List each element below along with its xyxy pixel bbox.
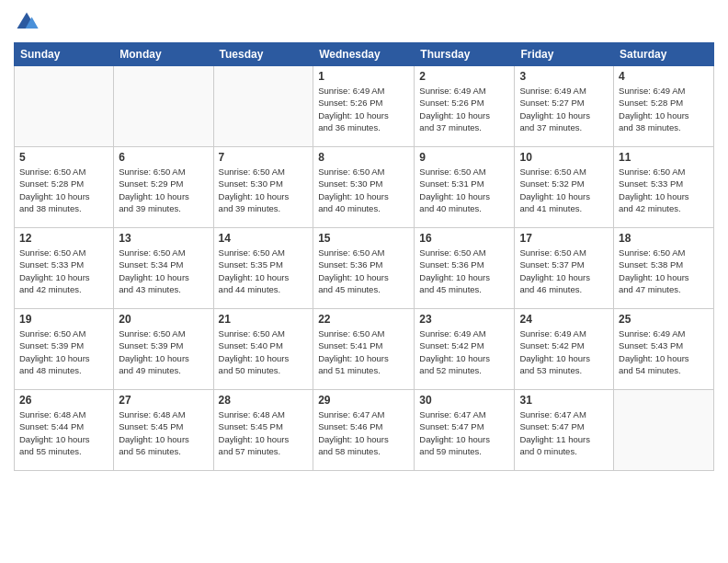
day-info: Sunrise: 6:50 AM Sunset: 5:35 PM Dayligh… xyxy=(219,247,309,295)
day-cell-30: 30Sunrise: 6:47 AM Sunset: 5:47 PM Dayli… xyxy=(415,390,515,471)
calendar: SundayMondayTuesdayWednesdayThursdayFrid… xyxy=(14,42,714,471)
page: SundayMondayTuesdayWednesdayThursdayFrid… xyxy=(0,0,728,563)
day-number: 14 xyxy=(219,232,309,245)
day-cell-18: 18Sunrise: 6:50 AM Sunset: 5:38 PM Dayli… xyxy=(614,228,714,309)
day-number: 4 xyxy=(619,70,709,83)
day-cell-27: 27Sunrise: 6:48 AM Sunset: 5:45 PM Dayli… xyxy=(114,390,213,471)
day-cell-8: 8Sunrise: 6:50 AM Sunset: 5:30 PM Daylig… xyxy=(313,147,415,228)
day-cell-4: 4Sunrise: 6:49 AM Sunset: 5:28 PM Daylig… xyxy=(614,66,714,147)
day-header-sunday: Sunday xyxy=(15,43,114,66)
day-number: 21 xyxy=(219,313,309,326)
day-cell-16: 16Sunrise: 6:50 AM Sunset: 5:36 PM Dayli… xyxy=(415,228,515,309)
day-number: 2 xyxy=(419,70,509,83)
day-cell-20: 20Sunrise: 6:50 AM Sunset: 5:39 PM Dayli… xyxy=(114,309,213,390)
day-info: Sunrise: 6:50 AM Sunset: 5:33 PM Dayligh… xyxy=(619,166,709,214)
day-cell-11: 11Sunrise: 6:50 AM Sunset: 5:33 PM Dayli… xyxy=(614,147,714,228)
day-header-friday: Friday xyxy=(515,43,614,66)
day-cell-10: 10Sunrise: 6:50 AM Sunset: 5:32 PM Dayli… xyxy=(515,147,614,228)
day-cell-6: 6Sunrise: 6:50 AM Sunset: 5:29 PM Daylig… xyxy=(114,147,213,228)
day-info: Sunrise: 6:50 AM Sunset: 5:32 PM Dayligh… xyxy=(519,166,609,214)
day-info: Sunrise: 6:48 AM Sunset: 5:45 PM Dayligh… xyxy=(119,408,208,457)
day-info: Sunrise: 6:50 AM Sunset: 5:30 PM Dayligh… xyxy=(318,166,409,214)
day-info: Sunrise: 6:50 AM Sunset: 5:36 PM Dayligh… xyxy=(419,247,509,295)
day-cell-3: 3Sunrise: 6:49 AM Sunset: 5:27 PM Daylig… xyxy=(515,66,614,147)
day-number: 22 xyxy=(318,313,409,326)
day-number: 10 xyxy=(519,151,609,164)
day-cell-28: 28Sunrise: 6:48 AM Sunset: 5:45 PM Dayli… xyxy=(213,390,313,471)
day-info: Sunrise: 6:50 AM Sunset: 5:36 PM Dayligh… xyxy=(318,247,409,295)
day-info: Sunrise: 6:49 AM Sunset: 5:27 PM Dayligh… xyxy=(519,85,609,133)
day-header-thursday: Thursday xyxy=(415,43,515,66)
day-cell-26: 26Sunrise: 6:48 AM Sunset: 5:44 PM Dayli… xyxy=(15,390,114,471)
day-number: 20 xyxy=(119,313,208,326)
day-number: 3 xyxy=(519,70,609,83)
day-number: 12 xyxy=(19,232,108,245)
day-info: Sunrise: 6:50 AM Sunset: 5:41 PM Dayligh… xyxy=(318,327,409,376)
day-number: 23 xyxy=(419,313,509,326)
day-number: 17 xyxy=(519,232,609,245)
day-info: Sunrise: 6:47 AM Sunset: 5:46 PM Dayligh… xyxy=(318,408,409,457)
day-info: Sunrise: 6:49 AM Sunset: 5:42 PM Dayligh… xyxy=(519,327,609,376)
day-cell-15: 15Sunrise: 6:50 AM Sunset: 5:36 PM Dayli… xyxy=(313,228,415,309)
day-number: 6 xyxy=(119,151,208,164)
day-info: Sunrise: 6:50 AM Sunset: 5:39 PM Dayligh… xyxy=(19,327,108,376)
day-number: 9 xyxy=(419,151,509,164)
empty-cell xyxy=(614,390,714,471)
day-cell-21: 21Sunrise: 6:50 AM Sunset: 5:40 PM Dayli… xyxy=(213,309,313,390)
day-info: Sunrise: 6:50 AM Sunset: 5:39 PM Dayligh… xyxy=(119,327,208,376)
day-cell-5: 5Sunrise: 6:50 AM Sunset: 5:28 PM Daylig… xyxy=(15,147,114,228)
day-cell-1: 1Sunrise: 6:49 AM Sunset: 5:26 PM Daylig… xyxy=(313,66,415,147)
day-number: 13 xyxy=(119,232,208,245)
week-row-1: 1Sunrise: 6:49 AM Sunset: 5:26 PM Daylig… xyxy=(15,66,714,147)
day-cell-24: 24Sunrise: 6:49 AM Sunset: 5:42 PM Dayli… xyxy=(515,309,614,390)
day-cell-13: 13Sunrise: 6:50 AM Sunset: 5:34 PM Dayli… xyxy=(114,228,213,309)
day-cell-19: 19Sunrise: 6:50 AM Sunset: 5:39 PM Dayli… xyxy=(15,309,114,390)
day-number: 1 xyxy=(318,70,409,83)
day-info: Sunrise: 6:49 AM Sunset: 5:26 PM Dayligh… xyxy=(318,85,409,133)
day-header-wednesday: Wednesday xyxy=(313,43,415,66)
day-cell-7: 7Sunrise: 6:50 AM Sunset: 5:30 PM Daylig… xyxy=(213,147,313,228)
logo xyxy=(14,9,43,35)
day-header-monday: Monday xyxy=(114,43,213,66)
day-cell-23: 23Sunrise: 6:49 AM Sunset: 5:42 PM Dayli… xyxy=(415,309,515,390)
empty-cell xyxy=(114,66,213,147)
day-number: 5 xyxy=(19,151,108,164)
day-cell-2: 2Sunrise: 6:49 AM Sunset: 5:26 PM Daylig… xyxy=(415,66,515,147)
day-cell-25: 25Sunrise: 6:49 AM Sunset: 5:43 PM Dayli… xyxy=(614,309,714,390)
day-info: Sunrise: 6:47 AM Sunset: 5:47 PM Dayligh… xyxy=(419,408,509,457)
week-row-5: 26Sunrise: 6:48 AM Sunset: 5:44 PM Dayli… xyxy=(15,390,714,471)
day-info: Sunrise: 6:50 AM Sunset: 5:38 PM Dayligh… xyxy=(619,247,709,295)
day-info: Sunrise: 6:50 AM Sunset: 5:31 PM Dayligh… xyxy=(419,166,509,214)
day-info: Sunrise: 6:50 AM Sunset: 5:40 PM Dayligh… xyxy=(219,327,309,376)
day-cell-29: 29Sunrise: 6:47 AM Sunset: 5:46 PM Dayli… xyxy=(313,390,415,471)
week-row-3: 12Sunrise: 6:50 AM Sunset: 5:33 PM Dayli… xyxy=(15,228,714,309)
day-info: Sunrise: 6:49 AM Sunset: 5:43 PM Dayligh… xyxy=(619,327,709,376)
day-number: 27 xyxy=(119,394,208,407)
day-info: Sunrise: 6:50 AM Sunset: 5:28 PM Dayligh… xyxy=(19,166,108,214)
day-info: Sunrise: 6:50 AM Sunset: 5:33 PM Dayligh… xyxy=(19,247,108,295)
day-info: Sunrise: 6:48 AM Sunset: 5:44 PM Dayligh… xyxy=(19,408,108,457)
day-number: 30 xyxy=(419,394,509,407)
day-number: 26 xyxy=(19,394,108,407)
day-cell-22: 22Sunrise: 6:50 AM Sunset: 5:41 PM Dayli… xyxy=(313,309,415,390)
empty-cell xyxy=(15,66,114,147)
day-number: 24 xyxy=(519,313,609,326)
header xyxy=(14,9,714,35)
day-number: 15 xyxy=(318,232,409,245)
week-row-2: 5Sunrise: 6:50 AM Sunset: 5:28 PM Daylig… xyxy=(15,147,714,228)
day-header-tuesday: Tuesday xyxy=(213,43,313,66)
logo-icon xyxy=(14,9,40,35)
day-number: 28 xyxy=(219,394,309,407)
day-info: Sunrise: 6:47 AM Sunset: 5:47 PM Dayligh… xyxy=(519,408,609,457)
day-cell-12: 12Sunrise: 6:50 AM Sunset: 5:33 PM Dayli… xyxy=(15,228,114,309)
day-number: 7 xyxy=(219,151,309,164)
day-number: 16 xyxy=(419,232,509,245)
day-info: Sunrise: 6:50 AM Sunset: 5:37 PM Dayligh… xyxy=(519,247,609,295)
day-number: 18 xyxy=(619,232,709,245)
day-info: Sunrise: 6:50 AM Sunset: 5:29 PM Dayligh… xyxy=(119,166,208,214)
day-cell-31: 31Sunrise: 6:47 AM Sunset: 5:47 PM Dayli… xyxy=(515,390,614,471)
day-number: 8 xyxy=(318,151,409,164)
day-header-saturday: Saturday xyxy=(614,43,714,66)
day-number: 31 xyxy=(519,394,609,407)
day-info: Sunrise: 6:49 AM Sunset: 5:42 PM Dayligh… xyxy=(419,327,509,376)
